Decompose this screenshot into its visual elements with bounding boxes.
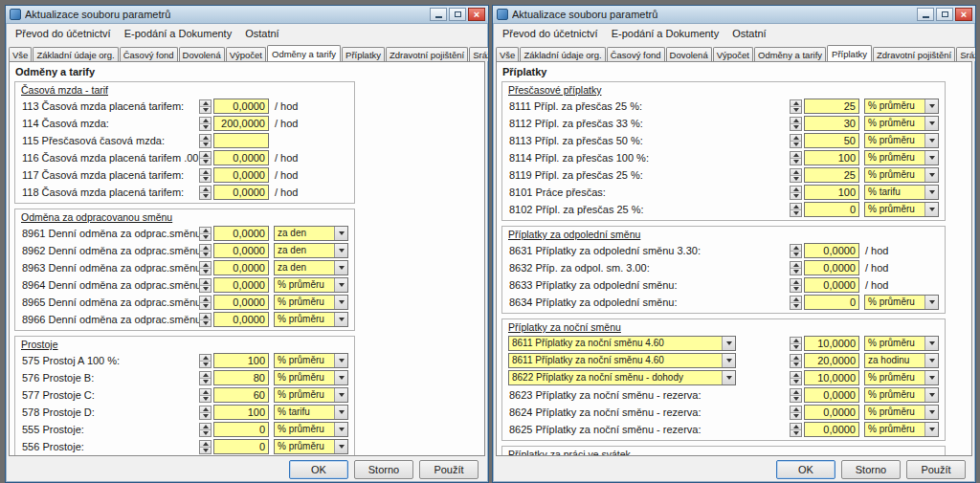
spinner[interactable] xyxy=(199,278,212,293)
spinner[interactable] xyxy=(790,99,802,114)
value-field[interactable]: 0,0000 xyxy=(213,243,269,258)
tab-vse[interactable]: Vše xyxy=(9,47,32,61)
tab-priplatky[interactable]: Příplatky xyxy=(342,47,385,61)
tab-srazky[interactable]: Srážky xyxy=(469,47,488,61)
value-field[interactable]: 0,0000 xyxy=(213,226,269,241)
spin-down-button[interactable] xyxy=(200,395,211,402)
value-field[interactable]: 25 xyxy=(804,167,859,183)
spin-down-button[interactable] xyxy=(791,251,801,257)
tab-priplatky[interactable]: Příplatky xyxy=(827,45,872,61)
unit-select[interactable]: za den xyxy=(274,260,348,275)
spin-down-button[interactable] xyxy=(200,233,211,240)
spinner[interactable] xyxy=(790,168,802,183)
spin-down-button[interactable] xyxy=(791,302,801,309)
minimize-button[interactable] xyxy=(430,8,447,21)
spin-down-button[interactable] xyxy=(791,106,801,113)
spin-down-button[interactable] xyxy=(791,412,801,419)
unit-select[interactable]: % průměru xyxy=(274,277,348,293)
tab-odmeny-a-tarify[interactable]: Odměny a tarify xyxy=(267,45,341,61)
spinner[interactable] xyxy=(790,423,802,437)
spinner[interactable] xyxy=(199,99,212,114)
value-field[interactable]: 0,0000 xyxy=(804,387,859,403)
unit-select[interactable]: % tarifu xyxy=(274,405,348,420)
value-field[interactable]: 100 xyxy=(804,150,859,165)
value-field[interactable]: 0,0000 xyxy=(804,243,859,258)
value-field[interactable]: 0 xyxy=(804,295,859,310)
spin-down-button[interactable] xyxy=(791,158,801,165)
unit-select[interactable]: % tarifu xyxy=(864,185,939,200)
tab-odmeny-a-tarify[interactable]: Odměny a tarify xyxy=(754,47,826,61)
tab-vypocet[interactable]: Výpočet xyxy=(226,47,266,61)
value-field[interactable]: 0,0000 xyxy=(804,405,859,420)
spinner[interactable] xyxy=(199,244,212,258)
pouzit-button[interactable]: Použít xyxy=(906,460,966,479)
spin-down-button[interactable] xyxy=(200,158,211,165)
spinner[interactable] xyxy=(790,261,802,275)
tab-casovy-fond[interactable]: Časový fond xyxy=(120,47,178,61)
spin-down-button[interactable] xyxy=(200,251,211,257)
spin-down-button[interactable] xyxy=(200,319,211,326)
unit-select[interactable]: % průměru xyxy=(274,353,348,368)
unit-select[interactable]: % průměru xyxy=(864,336,939,351)
spinner[interactable] xyxy=(199,227,212,241)
close-button[interactable]: × xyxy=(955,8,972,21)
spinner[interactable] xyxy=(790,117,802,131)
spinner[interactable] xyxy=(199,313,212,327)
storno-button[interactable]: Storno xyxy=(354,460,413,479)
unit-select[interactable]: % průměru xyxy=(864,167,939,183)
spinner[interactable] xyxy=(199,134,212,148)
menu-item-e-podani-a-dokumenty[interactable]: E-podání a Dokumenty xyxy=(606,26,725,41)
spin-down-button[interactable] xyxy=(200,285,211,292)
spin-down-button[interactable] xyxy=(200,106,211,113)
value-field[interactable]: 100 xyxy=(804,185,859,200)
unit-select[interactable]: % průměru xyxy=(864,295,939,310)
tab-zdravotni-pojisteni[interactable]: Zdravotní pojištění xyxy=(386,47,468,61)
spinner[interactable] xyxy=(790,388,802,403)
tab-zakladni-udaje-org[interactable]: Základní údaje org. xyxy=(520,47,605,61)
unit-select[interactable]: za hodinu xyxy=(864,353,939,368)
value-field[interactable]: 0,0000 xyxy=(213,185,269,200)
unit-select[interactable]: % průměru xyxy=(864,99,939,114)
value-field[interactable]: 100 xyxy=(213,405,269,420)
spinner[interactable] xyxy=(790,186,802,200)
menu-item-ostatni[interactable]: Ostatní xyxy=(239,26,284,41)
spinner[interactable] xyxy=(790,203,802,217)
ok-button[interactable]: OK xyxy=(776,460,835,479)
unit-select[interactable]: % průměru xyxy=(274,370,348,385)
minimize-button[interactable] xyxy=(917,8,934,21)
spin-down-button[interactable] xyxy=(200,123,211,130)
value-field[interactable]: 10,0000 xyxy=(804,370,859,385)
spinner[interactable] xyxy=(790,371,802,385)
spin-down-button[interactable] xyxy=(791,123,801,130)
unit-select[interactable]: za den xyxy=(274,243,348,258)
pouzit-button[interactable]: Použít xyxy=(419,460,479,479)
tab-casovy-fond[interactable]: Časový fond xyxy=(607,47,665,61)
spinner[interactable] xyxy=(790,337,802,351)
value-field[interactable] xyxy=(213,133,269,148)
spin-down-button[interactable] xyxy=(200,192,211,199)
spin-down-button[interactable] xyxy=(200,447,211,453)
unit-select[interactable]: % průměru xyxy=(864,116,939,131)
spin-down-button[interactable] xyxy=(200,141,211,147)
spinner[interactable] xyxy=(790,151,802,165)
value-field[interactable]: 0 xyxy=(213,422,269,437)
tab-zakladni-udaje-org[interactable]: Základní údaje org. xyxy=(33,47,118,61)
spin-down-button[interactable] xyxy=(200,412,211,419)
spin-down-button[interactable] xyxy=(791,361,801,367)
unit-select[interactable]: % průměru xyxy=(864,370,939,385)
ok-button[interactable]: OK xyxy=(289,460,348,479)
spin-down-button[interactable] xyxy=(200,268,211,274)
value-field[interactable]: 60 xyxy=(213,387,269,403)
value-field[interactable]: 0,0000 xyxy=(213,150,269,165)
spinner[interactable] xyxy=(790,296,802,310)
spinner[interactable] xyxy=(199,151,212,165)
storno-button[interactable]: Storno xyxy=(841,460,901,479)
value-field[interactable]: 0,0000 xyxy=(804,277,859,293)
unit-select[interactable]: za den xyxy=(274,226,348,241)
menu-item-e-podani-a-dokumenty[interactable]: E-podání a Dokumenty xyxy=(119,26,238,41)
spin-down-button[interactable] xyxy=(791,209,801,216)
unit-select[interactable]: % průměru xyxy=(274,422,348,437)
value-field[interactable]: 0,0000 xyxy=(213,295,269,310)
value-field[interactable]: 30 xyxy=(804,116,859,131)
tab-vypocet[interactable]: Výpočet xyxy=(713,47,753,61)
